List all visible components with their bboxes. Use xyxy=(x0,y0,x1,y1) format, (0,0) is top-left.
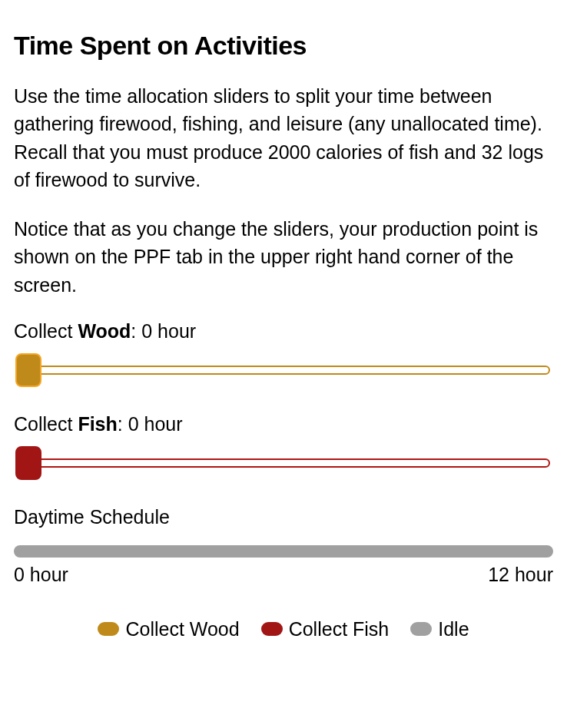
wood-swatch-icon xyxy=(98,622,119,636)
schedule-title: Daytime Schedule xyxy=(14,506,553,528)
fish-label-bold: Fish xyxy=(78,413,117,435)
fish-slider-track xyxy=(25,458,550,468)
idle-swatch-icon xyxy=(410,622,432,636)
wood-slider-thumb[interactable] xyxy=(15,353,41,387)
schedule-section: Daytime Schedule 0 hour 12 hour xyxy=(14,506,553,586)
fish-slider-block: Collect Fish: 0 hour xyxy=(14,413,553,480)
fish-label-prefix: Collect xyxy=(14,413,78,435)
schedule-bar xyxy=(14,545,553,558)
legend: Collect Wood Collect Fish Idle xyxy=(14,618,553,640)
fish-swatch-icon xyxy=(261,622,283,636)
schedule-scale: 0 hour 12 hour xyxy=(14,564,553,586)
page-title: Time Spent on Activities xyxy=(14,31,553,61)
schedule-scale-max: 12 hour xyxy=(488,564,553,586)
wood-label-suffix: : xyxy=(131,320,141,342)
legend-fish-label: Collect Fish xyxy=(289,618,390,640)
fish-label-suffix: : xyxy=(118,413,128,435)
fish-slider-thumb[interactable] xyxy=(15,446,41,480)
legend-idle-label: Idle xyxy=(438,618,469,640)
legend-wood-label: Collect Wood xyxy=(125,618,239,640)
legend-item-idle: Idle xyxy=(410,618,469,640)
wood-label-bold: Wood xyxy=(78,320,131,342)
intro-paragraph-1: Use the time allocation sliders to split… xyxy=(14,82,553,194)
wood-slider-label: Collect Wood: 0 hour xyxy=(14,320,553,342)
wood-slider[interactable] xyxy=(14,353,553,387)
wood-label-prefix: Collect xyxy=(14,320,78,342)
fish-slider[interactable] xyxy=(14,446,553,480)
fish-value-text: 0 hour xyxy=(128,413,183,435)
legend-item-wood: Collect Wood xyxy=(98,618,239,640)
schedule-scale-min: 0 hour xyxy=(14,564,68,586)
wood-slider-block: Collect Wood: 0 hour xyxy=(14,320,553,387)
wood-value-text: 0 hour xyxy=(141,320,196,342)
wood-slider-track xyxy=(25,366,550,375)
fish-slider-label: Collect Fish: 0 hour xyxy=(14,413,553,435)
legend-item-fish: Collect Fish xyxy=(261,618,390,640)
intro-paragraph-2: Notice that as you change the sliders, y… xyxy=(14,215,553,299)
